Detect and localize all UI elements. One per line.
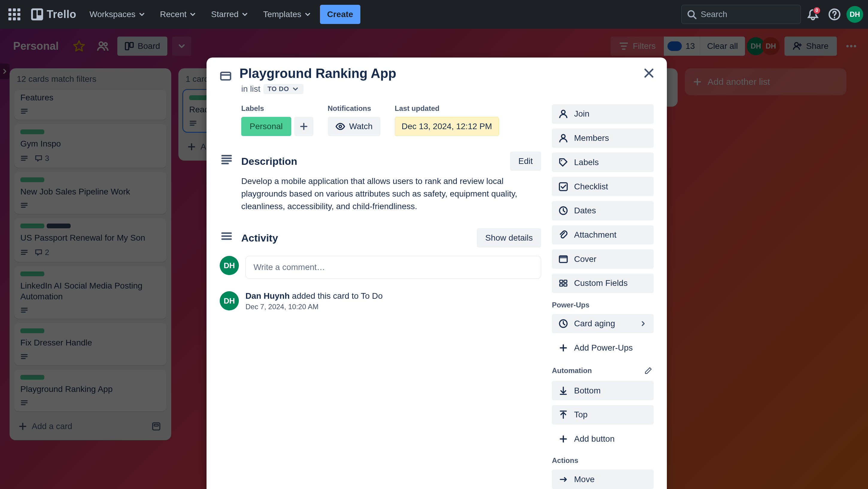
help-button[interactable] [825, 5, 844, 24]
actions-title: Actions [552, 456, 654, 465]
notifications-button[interactable]: 0 [803, 5, 823, 24]
menu-templates-label: Templates [263, 9, 301, 19]
arrow-bottom-icon [559, 386, 568, 396]
avatar: DH [220, 291, 239, 310]
custom-fields-label: Custom Fields [574, 278, 628, 288]
menu-workspaces[interactable]: Workspaces [84, 5, 152, 24]
create-button[interactable]: Create [320, 5, 360, 24]
show-details-button[interactable]: Show details [477, 228, 541, 248]
trello-logo[interactable]: Trello [26, 8, 81, 21]
last-updated-title: Last updated [395, 104, 499, 113]
join-button[interactable]: Join [552, 104, 654, 124]
label-icon [559, 157, 568, 167]
pencil-icon [644, 367, 652, 375]
plus-icon [559, 343, 568, 353]
watch-button[interactable]: Watch [328, 117, 380, 136]
edit-label: Edit [518, 156, 533, 166]
user-icon [559, 109, 568, 119]
global-header: Trello Workspaces Recent Starred Templat… [0, 0, 868, 29]
move-icon [559, 474, 568, 484]
checklist-icon [559, 182, 568, 192]
in-list-prefix: in list [241, 84, 260, 94]
search-input[interactable]: Search [681, 5, 801, 24]
chevron-down-icon [138, 10, 146, 18]
last-updated-value: Dec 13, 2024, 12:12 PM [395, 117, 499, 136]
chevron-down-icon [189, 10, 197, 18]
chevron-down-icon [304, 10, 312, 18]
card-title[interactable]: Playground Ranking App [240, 66, 654, 81]
clock-icon [559, 206, 568, 215]
custom-fields-icon [559, 278, 568, 288]
description-title: Description [241, 155, 510, 167]
menu-templates[interactable]: Templates [257, 5, 317, 24]
bottom-label: Bottom [574, 386, 601, 396]
dates-button[interactable]: Dates [552, 201, 654, 221]
comment-placeholder: Write a comment… [253, 262, 325, 272]
trello-logo-icon [31, 8, 43, 20]
cover-label: Cover [574, 254, 596, 264]
automation-bottom-button[interactable]: Bottom [552, 381, 654, 400]
members-button[interactable]: Members [552, 128, 654, 148]
help-icon [829, 8, 840, 20]
labels-label: Labels [574, 157, 599, 167]
list-pill[interactable]: TO DO [264, 84, 304, 94]
description-icon [221, 153, 232, 165]
activity-entry: DH Dan Huynh added this card to To Do De… [220, 291, 541, 311]
last-updated-group: Last updated Dec 13, 2024, 12:12 PM [395, 104, 499, 136]
attachment-icon [559, 230, 568, 240]
watch-label: Watch [349, 122, 373, 131]
activity-user: Dan Huynh [245, 291, 290, 300]
account-avatar[interactable]: DH [846, 6, 863, 23]
trello-logo-text: Trello [47, 8, 76, 21]
add-label-button[interactable] [294, 117, 313, 136]
attachment-label: Attachment [574, 230, 617, 240]
add-button-button[interactable]: Add button [552, 429, 654, 449]
description-text[interactable]: Develop a mobile application that allows… [241, 175, 541, 213]
chevron-down-icon [291, 85, 299, 93]
move-label: Move [574, 474, 594, 484]
power-ups-title: Power-Ups [552, 301, 654, 309]
activity-text: Dan Huynh added this card to To Do [245, 291, 383, 301]
menu-recent[interactable]: Recent [154, 5, 203, 24]
comment-input-row: DH Write a comment… [220, 256, 541, 279]
label-chip-text: Personal [250, 122, 283, 131]
search-icon [687, 9, 696, 19]
create-button-label: Create [327, 9, 353, 19]
menu-workspaces-label: Workspaces [90, 9, 135, 19]
cover-button[interactable]: Cover [552, 249, 654, 269]
automation-top-button[interactable]: Top [552, 405, 654, 425]
user-icon [559, 133, 568, 143]
menu-starred-label: Starred [211, 9, 239, 19]
avatar-initials: DH [850, 10, 860, 19]
card-side-panel: Join Members Labels Checklist [552, 104, 654, 489]
plus-icon [559, 434, 568, 444]
apps-launcher[interactable] [5, 5, 24, 24]
move-button[interactable]: Move [552, 469, 654, 489]
edit-description-button[interactable]: Edit [510, 152, 541, 171]
members-label: Members [574, 133, 609, 143]
activity-timestamp[interactable]: Dec 7, 2024, 10:20 AM [245, 303, 383, 311]
automation-edit-button[interactable] [643, 365, 654, 376]
avatar: DH [220, 256, 239, 275]
modal-close-button[interactable] [641, 65, 657, 82]
menu-starred[interactable]: Starred [205, 5, 255, 24]
notifications-group: Notifications Watch [328, 104, 380, 136]
label-chip-personal[interactable]: Personal [241, 117, 291, 136]
attachment-button[interactable]: Attachment [552, 225, 654, 245]
search-placeholder: Search [701, 9, 727, 19]
activity-section: Activity Show details [220, 228, 541, 248]
dates-label: Dates [574, 206, 596, 215]
chevron-down-icon [241, 10, 249, 18]
add-button-label: Add button [574, 434, 615, 444]
comment-input[interactable]: Write a comment… [245, 256, 541, 279]
add-power-ups-button[interactable]: Add Power-Ups [552, 338, 654, 357]
close-icon [643, 67, 655, 79]
cover-icon [559, 254, 568, 264]
labels-button[interactable]: Labels [552, 152, 654, 172]
labels-group: Labels Personal [241, 104, 313, 136]
checklist-button[interactable]: Checklist [552, 177, 654, 196]
custom-fields-button[interactable]: Custom Fields [552, 274, 654, 293]
eye-icon [336, 122, 345, 131]
plus-icon [299, 122, 309, 131]
card-aging-button[interactable]: Card aging [552, 314, 654, 334]
